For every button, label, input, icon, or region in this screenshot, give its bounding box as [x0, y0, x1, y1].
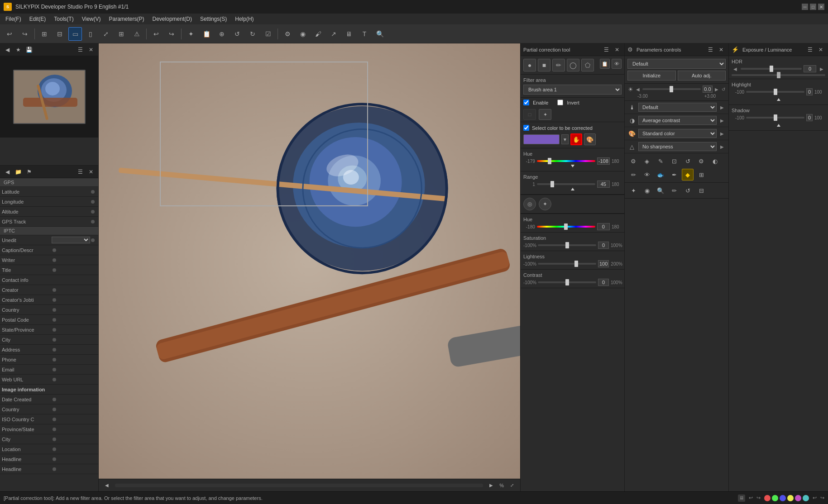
shadow-value[interactable]: 0: [806, 114, 813, 121]
enable-checkbox[interactable]: [523, 100, 529, 105]
param-tool-6[interactable]: ⚙: [695, 155, 707, 167]
menu-settings[interactable]: Settings(S): [196, 15, 230, 23]
view-split-button[interactable]: ⊟: [53, 27, 67, 41]
param-tool-16[interactable]: 🔍: [655, 185, 666, 196]
menu-view[interactable]: View(V): [78, 15, 105, 23]
param-tool-18[interactable]: ↺: [682, 185, 694, 196]
color-more-btn[interactable]: ▶: [718, 130, 726, 137]
meta-folder-btn[interactable]: 📁: [14, 167, 23, 176]
exp-right-btn[interactable]: ▶: [714, 86, 719, 93]
brush-tool-btn1[interactable]: □: [523, 109, 536, 120]
profile-button[interactable]: ◉: [296, 27, 310, 41]
pen-shape-btn[interactable]: ✏: [552, 59, 565, 71]
undo2-button[interactable]: ↩: [149, 27, 163, 41]
contrast-select[interactable]: Average contrast: [638, 116, 717, 125]
nav-star-button[interactable]: ★: [14, 45, 23, 54]
sat-value[interactable]: 0: [598, 242, 609, 249]
param-tool-15[interactable]: ◉: [641, 185, 653, 196]
view-grid-button[interactable]: ⊞: [38, 27, 51, 41]
radial-btn1[interactable]: ◎: [523, 198, 536, 210]
contrast-slider[interactable]: [538, 281, 596, 283]
undo-button[interactable]: ↩: [3, 27, 16, 41]
meta-nav-left[interactable]: ◀: [3, 167, 12, 176]
param-tool-13[interactable]: ⊞: [695, 169, 707, 181]
image-viewport[interactable]: [99, 43, 520, 479]
thumbnail-image[interactable]: [13, 70, 86, 124]
rotate-left-button[interactable]: ↺: [230, 27, 244, 41]
hdr-slider[interactable]: [741, 68, 802, 70]
select-button[interactable]: ⊕: [215, 27, 229, 41]
develop-button[interactable]: ✦: [184, 27, 198, 41]
contrast-more-btn[interactable]: ▶: [718, 117, 726, 124]
monitor-button[interactable]: 🖥: [342, 27, 356, 41]
initialize-button[interactable]: Initialize: [627, 71, 676, 81]
light-value[interactable]: 100: [598, 260, 609, 267]
color-dropdown-btn[interactable]: ▼: [561, 134, 569, 144]
rect-shape-btn[interactable]: ■: [538, 59, 550, 71]
paint-button[interactable]: 🖌: [311, 27, 325, 41]
partial-panel-menu[interactable]: ☰: [602, 45, 611, 54]
status-undo[interactable]: ↩: [749, 495, 753, 501]
menu-file[interactable]: File(F): [2, 15, 25, 23]
param-tool-4[interactable]: ⊡: [668, 155, 680, 167]
maximize-button[interactable]: □: [810, 4, 816, 10]
meta-menu-btn[interactable]: ☰: [76, 167, 85, 176]
view-single-button[interactable]: ▭: [68, 27, 82, 41]
nav-save-button[interactable]: 💾: [24, 45, 34, 54]
redo-button[interactable]: ↪: [18, 27, 32, 41]
poly-shape-btn[interactable]: ⬠: [581, 59, 594, 71]
auto-adj-button[interactable]: Auto adj.: [678, 71, 726, 81]
view-compare-button[interactable]: ▯: [84, 27, 97, 41]
menu-edit[interactable]: Edit(E): [26, 15, 50, 23]
text-button[interactable]: T: [358, 27, 371, 41]
exp-left-btn[interactable]: ◀: [636, 86, 640, 93]
range-value[interactable]: 45: [597, 181, 610, 188]
sharpness-more-btn[interactable]: ▶: [718, 143, 726, 150]
menu-tools[interactable]: Tools(T): [50, 15, 77, 23]
minimize-button[interactable]: ─: [802, 4, 808, 10]
brush-tool-btn2[interactable]: ✦: [539, 109, 551, 120]
hue2-value[interactable]: 0: [597, 223, 610, 230]
view-layout-button[interactable]: ⊞: [115, 27, 128, 41]
scroll-left-btn[interactable]: ◀: [102, 481, 111, 490]
param-tool-3[interactable]: ✎: [655, 155, 666, 167]
partial-panel-close[interactable]: ✕: [613, 45, 622, 54]
param-tool-7[interactable]: ◐: [709, 155, 721, 167]
view-fit-button[interactable]: ⤢: [99, 27, 113, 41]
param-tool-5[interactable]: ↺: [682, 155, 694, 167]
hue-slider[interactable]: [537, 160, 595, 162]
eyedropper-button[interactable]: ✋: [570, 133, 582, 145]
param-tool-9[interactable]: 👁: [641, 169, 653, 181]
circle-shape-btn[interactable]: ●: [523, 59, 536, 71]
unedit-select[interactable]: [52, 237, 90, 243]
thumbnail-menu-button[interactable]: ☰: [76, 45, 85, 54]
param-tool-8[interactable]: ✏: [627, 169, 639, 181]
param-tool-1[interactable]: ⚙: [627, 155, 639, 167]
scroll-right-btn[interactable]: ▶: [487, 481, 496, 490]
exp-reset-btn[interactable]: ↺: [721, 86, 726, 93]
select-color-checkbox[interactable]: [523, 125, 529, 131]
highlight-slider[interactable]: [746, 91, 804, 93]
param-tool-19[interactable]: ⊟: [695, 185, 707, 196]
redo2-button[interactable]: ↪: [165, 27, 178, 41]
rotate-right-button[interactable]: ↻: [246, 27, 259, 41]
oval-shape-btn[interactable]: ◯: [567, 59, 579, 71]
exposure-slider[interactable]: [642, 88, 701, 90]
color-swatch[interactable]: [523, 134, 560, 144]
param-tool-14[interactable]: ✦: [627, 185, 639, 196]
contrast-value[interactable]: 0: [598, 279, 609, 286]
meta-flag-btn[interactable]: ⚑: [24, 167, 34, 176]
param-tool-17[interactable]: ✏: [668, 185, 680, 196]
close-button[interactable]: ✕: [818, 4, 824, 10]
menu-help[interactable]: Help(H): [231, 15, 257, 23]
nav-prev-button[interactable]: ◀: [3, 45, 12, 54]
filter-visibility-btn[interactable]: 👁: [612, 59, 622, 69]
meta-close-btn[interactable]: ✕: [86, 167, 96, 176]
paste-button[interactable]: 📋: [200, 27, 213, 41]
status-redo2[interactable]: ↪: [820, 495, 824, 501]
shadow-slider[interactable]: [746, 117, 804, 119]
param-tool-11[interactable]: ✒: [668, 169, 680, 181]
menu-development[interactable]: Development(D): [149, 15, 196, 23]
hdr-left-btn[interactable]: ◀: [732, 65, 739, 72]
status-redo[interactable]: ↪: [756, 495, 761, 501]
